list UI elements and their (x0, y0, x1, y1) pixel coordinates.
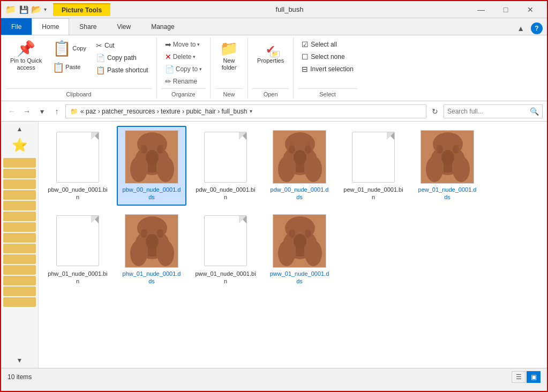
delete-icon: ✕ (165, 52, 171, 61)
window-title: full_bush (110, 5, 469, 13)
select-all-button[interactable]: ☑ Select all (298, 39, 357, 50)
file-thumbnail (51, 130, 104, 184)
search-box[interactable]: 🔍 (444, 104, 543, 118)
svg-point-24 (437, 145, 443, 154)
copy-path-button[interactable]: 📄 Copy path (92, 52, 152, 64)
address-bar: ← → ▾ ↑ 📁 « paz › patcher_resources › te… (1, 101, 547, 122)
open-label: Open (252, 88, 289, 97)
ribbon-collapse-button[interactable]: ▲ (515, 22, 527, 35)
help-button[interactable]: ? (531, 22, 543, 34)
clipboard-small-buttons: ✂ Cut 📄 Copy path 📋 Paste shortcut (92, 40, 152, 76)
sidebar-item-12[interactable] (3, 276, 36, 285)
svg-point-25 (453, 145, 459, 154)
tab-manage[interactable]: Manage (141, 18, 184, 35)
file-item[interactable]: pbw_00_nude_0001.dds (117, 126, 186, 206)
copy-button[interactable]: 📋 Copy (48, 39, 91, 59)
rename-icon: ✏ (165, 77, 171, 86)
svg-point-21 (426, 156, 443, 182)
sidebar-item-13[interactable] (3, 287, 36, 296)
sidebar-item-1[interactable] (3, 158, 36, 168)
cut-icon: ✂ (96, 41, 102, 50)
tab-share[interactable]: Share (69, 18, 107, 35)
blank-file-icon (352, 132, 395, 183)
file-item[interactable]: pww_01_nude_0001.dds (265, 210, 334, 290)
new-folder-icon: 📁 (220, 41, 238, 56)
file-item[interactable]: pdw_00_nude_0001.bin (191, 126, 260, 206)
paste-icon: 📋 (52, 63, 64, 72)
copy-to-button[interactable]: 📄 Copy to ▾ (161, 63, 206, 75)
quick-access-icon: 📂 (31, 4, 42, 15)
file-item[interactable]: pbw_00_nude_0001.bin (43, 126, 112, 206)
organize-buttons: ➡ Move to ▾ ✕ Delete ▾ 📄 Copy to ▾ ✏ Ren… (161, 39, 206, 87)
svg-point-34 (157, 229, 163, 238)
new-folder-button[interactable]: 📁 New folder (215, 39, 243, 74)
delete-button[interactable]: ✕ Delete ▾ (161, 51, 206, 63)
move-to-dropdown-icon: ▾ (197, 42, 200, 47)
invert-selection-button[interactable]: ⊟ Invert selection (298, 63, 357, 75)
open-section: ✔ 📁 Properties Open (248, 37, 294, 99)
file-name: pbw_00_nude_0001.bin (47, 186, 108, 201)
sidebar-item-6[interactable] (3, 212, 36, 221)
svg-rect-8 (148, 162, 156, 172)
sidebar-item-7[interactable] (3, 222, 36, 232)
save-icon: 💾 (18, 4, 29, 15)
file-item[interactable]: phw_01_nude_0001.dds (117, 210, 186, 290)
paste-button[interactable]: 📋 Paste (48, 60, 91, 75)
sidebar-item-3[interactable] (3, 179, 36, 189)
file-item[interactable]: pew_01_nude_0001.bin (339, 126, 408, 206)
file-name: phw_01_nude_0001.dds (121, 270, 182, 285)
maximize-button[interactable]: □ (493, 1, 518, 18)
address-path[interactable]: 📁 « paz › patcher_resources › texture › … (65, 104, 426, 118)
rename-button[interactable]: ✏ Rename (161, 76, 206, 87)
tab-file[interactable]: File (1, 18, 32, 35)
svg-rect-44 (296, 246, 304, 257)
file-item[interactable]: pew_01_nude_0001.dds (412, 126, 482, 206)
sidebar-item-10[interactable] (3, 254, 36, 264)
pin-to-quick-access-button[interactable]: 📌 Pin to Quick access (5, 39, 47, 74)
ribbon-content: 📌 Pin to Quick access 📋 Copy 📋 Paste ✂ C… (1, 35, 547, 101)
sidebar-item-5[interactable] (3, 201, 36, 210)
close-button[interactable]: ✕ (518, 1, 543, 18)
svg-point-30 (130, 240, 147, 266)
list-view-button[interactable]: ☰ (512, 371, 526, 383)
sidebar-scroll-up[interactable]: ▲ (1, 124, 38, 134)
forward-button[interactable]: → (20, 105, 33, 118)
up-button[interactable]: ↑ (50, 105, 63, 118)
svg-point-22 (453, 156, 470, 182)
tab-home[interactable]: Home (32, 18, 69, 35)
sidebar: ▲ ⭐ ▼ (1, 122, 39, 368)
clipboard-buttons: 📌 Pin to Quick access 📋 Copy 📋 Paste ✂ C… (5, 39, 152, 87)
ribbon-help-area: ▲ ? (515, 22, 547, 35)
select-none-button[interactable]: ☐ Select none (298, 51, 357, 63)
sidebar-scroll-down[interactable]: ▼ (1, 355, 38, 366)
back-button[interactable]: ← (5, 105, 18, 118)
refresh-button[interactable]: ↻ (429, 105, 441, 118)
tab-view[interactable]: View (107, 18, 141, 35)
sidebar-item-8[interactable] (3, 233, 36, 243)
paste-shortcut-icon: 📋 (96, 66, 105, 74)
file-item[interactable]: phw_01_nude_0001.bin (43, 210, 112, 290)
paste-shortcut-button[interactable]: 📋 Paste shortcut (92, 64, 152, 76)
move-to-button[interactable]: ➡ Move to ▾ (161, 39, 206, 50)
search-icon: 🔍 (530, 107, 539, 116)
recent-locations-button[interactable]: ▾ (35, 105, 48, 118)
sidebar-item-4[interactable] (3, 190, 36, 200)
search-input[interactable] (447, 108, 528, 115)
svg-point-39 (278, 240, 295, 266)
open-buttons: ✔ 📁 Properties (252, 39, 289, 87)
picture-tools-tab[interactable]: Picture Tools (53, 3, 110, 16)
file-name: pbw_00_nude_0001.dds (121, 186, 182, 201)
file-item[interactable]: pdw_00_nude_0001.dds (265, 126, 334, 206)
sidebar-item-2[interactable] (3, 169, 36, 178)
select-none-icon: ☐ (302, 52, 309, 61)
file-item[interactable]: pww_01_nude_0001.bin (191, 210, 260, 290)
sidebar-item-11[interactable] (3, 265, 36, 275)
minimize-button[interactable]: — (469, 1, 493, 18)
cut-button[interactable]: ✂ Cut (92, 40, 152, 51)
properties-button[interactable]: ✔ 📁 Properties (252, 39, 289, 67)
copy-path-icon: 📄 (96, 54, 105, 62)
sidebar-item-14[interactable] (3, 297, 36, 307)
grid-view-button[interactable]: ▣ (527, 371, 541, 383)
svg-point-15 (289, 145, 295, 154)
sidebar-item-9[interactable] (3, 244, 36, 253)
